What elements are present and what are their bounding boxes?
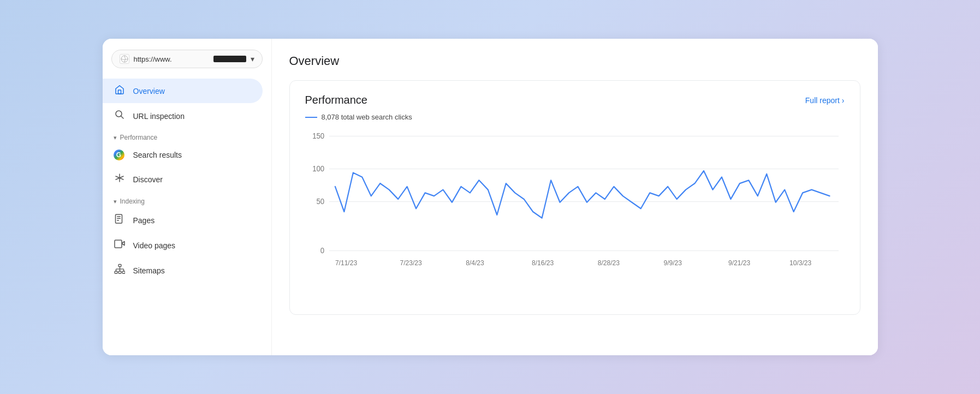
google-icon: G <box>114 150 124 160</box>
sidebar-item-video-pages-label: Video pages <box>133 241 176 250</box>
sidebar-item-sitemaps-label: Sitemaps <box>133 266 165 275</box>
performance-card-title: Performance <box>305 94 368 106</box>
svg-rect-9 <box>117 218 121 219</box>
svg-rect-15 <box>122 271 125 273</box>
url-text: https://www. <box>134 55 208 63</box>
chevron-performance-icon: ▾ <box>114 134 117 141</box>
sidebar-item-sitemaps[interactable]: Sitemaps <box>103 258 263 283</box>
full-report-link[interactable]: Full report › <box>805 96 845 105</box>
page-title: Overview <box>289 54 860 68</box>
main-content: Overview Performance Full report › 8,078… <box>272 39 878 355</box>
chevron-indexing-icon: ▾ <box>114 198 117 205</box>
url-selector[interactable]: https://www. ▾ <box>111 50 263 68</box>
full-report-label: Full report <box>805 96 840 105</box>
legend-line-icon <box>305 117 317 118</box>
performance-legend: 8,078 total web search clicks <box>305 113 845 121</box>
section-label-performance: ▾ Performance <box>103 128 271 144</box>
sidebar-item-overview-label: Overview <box>133 87 165 95</box>
chart-container: 150 100 50 0 7/11/23 7/23/23 8/4/23 8/16… <box>305 130 845 294</box>
svg-text:8/28/23: 8/28/23 <box>597 259 619 267</box>
pages-icon <box>114 213 126 227</box>
house-icon <box>114 84 126 98</box>
svg-rect-11 <box>115 240 122 248</box>
search-icon <box>114 110 126 122</box>
svg-rect-13 <box>115 271 117 273</box>
google-g-icon: G <box>114 150 126 160</box>
asterisk-icon <box>114 172 126 186</box>
svg-rect-1 <box>118 90 121 94</box>
svg-text:7/11/23: 7/11/23 <box>335 259 357 267</box>
performance-line <box>335 171 829 218</box>
video-pages-icon <box>114 239 126 252</box>
sidebar-item-discover-label: Discover <box>133 175 163 184</box>
chevron-right-icon: › <box>842 96 845 105</box>
section-performance-text: Performance <box>120 134 158 141</box>
svg-text:0: 0 <box>320 247 324 255</box>
svg-text:8/16/23: 8/16/23 <box>531 259 553 267</box>
svg-rect-14 <box>118 271 121 273</box>
sidebar-item-pages-label: Pages <box>133 216 155 225</box>
performance-card: Performance Full report › 8,078 total we… <box>289 80 860 315</box>
sitemaps-icon <box>114 264 126 277</box>
svg-rect-8 <box>117 216 121 217</box>
url-favicon <box>120 54 129 64</box>
svg-text:100: 100 <box>312 165 324 173</box>
svg-text:9/21/23: 9/21/23 <box>728 259 750 267</box>
sidebar-item-overview[interactable]: Overview <box>103 79 263 103</box>
svg-line-3 <box>121 116 123 119</box>
sidebar-item-pages[interactable]: Pages <box>103 208 263 232</box>
svg-text:50: 50 <box>316 198 324 206</box>
svg-text:150: 150 <box>312 132 324 140</box>
svg-text:9/9/23: 9/9/23 <box>663 259 682 267</box>
url-redact <box>213 56 246 62</box>
svg-point-0 <box>121 56 128 62</box>
svg-text:8/4/23: 8/4/23 <box>466 259 484 267</box>
svg-text:10/3/23: 10/3/23 <box>789 259 811 267</box>
sidebar-item-search-results-label: Search results <box>133 151 182 159</box>
legend-text: 8,078 total web search clicks <box>322 113 412 121</box>
sidebar-item-url-inspection[interactable]: URL inspection <box>103 104 263 128</box>
performance-chart: 150 100 50 0 7/11/23 7/23/23 8/4/23 8/16… <box>305 130 845 294</box>
sidebar-item-search-results[interactable]: G Search results <box>103 144 263 166</box>
svg-text:7/23/23: 7/23/23 <box>400 259 421 267</box>
sidebar: https://www. ▾ Overview URL inspection <box>103 39 272 355</box>
svg-rect-10 <box>117 220 119 221</box>
sidebar-item-url-inspection-label: URL inspection <box>133 112 185 121</box>
chevron-down-icon: ▾ <box>251 55 254 63</box>
sidebar-item-discover[interactable]: Discover <box>103 167 263 192</box>
main-card: https://www. ▾ Overview URL inspection <box>103 39 878 355</box>
section-indexing-text: Indexing <box>120 198 145 205</box>
section-label-indexing: ▾ Indexing <box>103 192 271 207</box>
sidebar-item-video-pages[interactable]: Video pages <box>103 234 263 257</box>
performance-card-header: Performance Full report › <box>305 94 845 106</box>
svg-rect-12 <box>118 265 121 267</box>
